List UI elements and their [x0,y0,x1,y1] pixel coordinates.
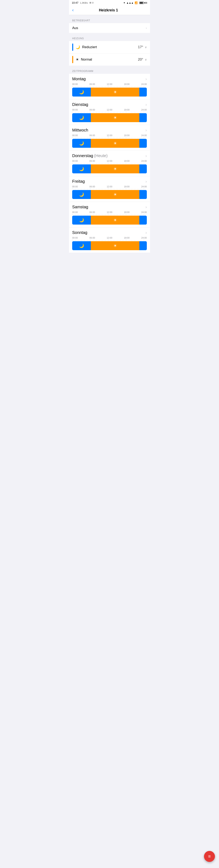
timeline-bar-samstag: 🌙☀ [72,216,147,224]
bar-icon-blue: 🌙 [79,192,84,197]
timeline-label: 12:00 [107,108,112,111]
day-section-freitag: Freitag›00:0006:0012:0018:0024:00🌙☀ [69,176,150,202]
heizung-normal-temp: 20° [138,58,143,62]
bar-icon-orange: ☀ [113,90,117,94]
signal-icon: ▲▲▲ [126,1,134,4]
bar-segment-blue: 🌙 [72,88,91,96]
timeline-label: 06:00 [89,185,95,188]
day-chevron-dienstag: › [145,102,147,107]
day-header-samstag[interactable]: Samstag› [72,205,147,209]
betriebsart-section-header: BETRIEBSART [69,17,150,23]
day-title-samstag: Samstag [72,205,88,209]
heizung-reduziert-label: Reduziert [82,45,138,49]
heizung-section: 🌙 Reduziert 17° ∨ ☀ Normal 20° ∨ [69,41,150,66]
day-section-sonntag: Sonntag›00:0006:0012:0018:0024:00🌙☀ [69,227,150,253]
tick-row [72,86,147,87]
timeline-label: 18:00 [124,160,130,162]
bar-icon-orange: ☀ [113,141,117,146]
divider-3 [69,66,150,67]
bar-icon-orange: ☀ [113,115,117,120]
heizung-section-header: HEIZUNG [69,35,150,41]
heizung-normal-indicator [72,56,73,63]
bar-segment-blue [139,88,147,96]
bar-icon-blue: 🌙 [79,218,84,222]
timeline-label: 24:00 [141,108,147,111]
bar-icon-orange: ☀ [113,166,117,171]
timeline-labels-row: 00:0006:0012:0018:0024:00 [72,211,147,213]
bar-segment-blue [139,139,147,148]
bar-segment-blue: 🌙 [72,139,91,148]
status-network: 1,3KB/s [80,2,88,4]
timeline-label: 24:00 [141,83,147,85]
heizung-reduziert-temp: 17° [138,45,143,49]
timeline-label: 12:00 [107,83,112,85]
bar-segment-blue: 🌙 [72,113,91,122]
heizung-normal-icon: ☀ [76,57,79,62]
day-header-donnerstag[interactable]: Donnerstag (Heute)› [72,153,147,158]
day-header-sonntag[interactable]: Sonntag› [72,230,147,235]
bar-segment-orange: ☀ [91,190,139,199]
timeline-bar-freitag: 🌙☀ [72,190,147,199]
timeline-label: 24:00 [141,134,147,136]
timeline-sonntag: 00:0006:0012:0018:0024:00🌙☀ [72,237,147,250]
heizung-reduziert-icon: 🌙 [76,45,80,50]
day-chevron-mittwoch: › [145,128,147,132]
battery-icon [139,2,144,4]
timeline-label: 00:00 [72,134,78,136]
timeline-labels-row: 00:0006:0012:0018:0024:00 [72,134,147,136]
status-time: 10:47 [72,1,78,4]
timeline-label: 00:00 [72,108,78,111]
heizung-normal-row[interactable]: ☀ Normal 20° ∨ [69,54,150,66]
day-header-dienstag[interactable]: Dienstag› [72,102,147,107]
timeline-label: 12:00 [107,237,112,239]
day-title-donnerstag: Donnerstag (Heute) [72,153,108,158]
bar-segment-blue: 🌙 [72,190,91,199]
bar-segment-blue: 🌙 [72,216,91,224]
status-time-area: 10:47 1,3KB/s ⊠ ⊙ [72,1,94,4]
timeline-mittwoch: 00:0006:0012:0018:0024:00🌙☀ [72,134,147,148]
timeline-freitag: 00:0006:0012:0018:0024:00🌙☀ [72,185,147,199]
bar-segment-blue [139,164,147,173]
bar-icon-blue: 🌙 [79,115,84,120]
day-section-donnerstag: Donnerstag (Heute)›00:0006:0012:0018:002… [69,150,150,176]
bar-icon-orange: ☀ [113,243,117,248]
status-bar: 10:47 1,3KB/s ⊠ ⊙ ✦ ▲▲▲ 📶 88 [69,0,150,5]
day-header-freitag[interactable]: Freitag› [72,179,147,184]
bar-icon-orange: ☀ [113,192,117,197]
back-button[interactable]: ‹ [72,8,74,12]
timeline-bar-dienstag: 🌙☀ [72,113,147,122]
day-header-montag[interactable]: Montag› [72,76,147,81]
bar-icon-blue: 🌙 [79,166,84,171]
betriebsart-chevron: › [146,26,147,30]
timeline-label: 00:00 [72,237,78,239]
timeline-label: 12:00 [107,160,112,162]
timeline-bar-mittwoch: 🌙☀ [72,139,147,148]
heizung-reduziert-row[interactable]: 🌙 Reduziert 17° ∨ [69,41,150,54]
bar-segment-orange: ☀ [91,88,139,96]
bar-segment-blue [139,241,147,250]
timeline-label: 12:00 [107,185,112,188]
bar-icon-blue: 🌙 [79,243,84,248]
timeline-label: 06:00 [89,108,95,111]
timeline-label: 18:00 [124,83,130,85]
tick-row [72,137,147,138]
day-chevron-samstag: › [145,205,147,209]
bar-icon-blue: 🌙 [79,141,84,146]
bar-segment-blue [139,216,147,224]
wifi-icon: 📶 [135,1,138,4]
bluetooth-icon: ✦ [123,1,125,4]
timeline-labels-row: 00:0006:0012:0018:0024:00 [72,160,147,162]
day-title-mittwoch: Mittwoch [72,128,88,132]
timeline-label: 06:00 [89,211,95,213]
timeline-label: 18:00 [124,185,130,188]
heizung-reduziert-chevron: ∨ [145,45,147,49]
timeline-label: 06:00 [89,237,95,239]
zeitprogramm-section-header: ZEITPROGRAMM [69,67,150,74]
day-header-mittwoch[interactable]: Mittwoch› [72,128,147,132]
timeline-label: 12:00 [107,134,112,136]
betriebsart-row[interactable]: Aus › [69,23,150,33]
app-header: ‹ Heizkreis 1 [69,5,150,15]
timeline-bar-montag: 🌙☀ [72,88,147,96]
day-chevron-donnerstag: › [145,153,147,158]
divider-1 [69,15,150,17]
